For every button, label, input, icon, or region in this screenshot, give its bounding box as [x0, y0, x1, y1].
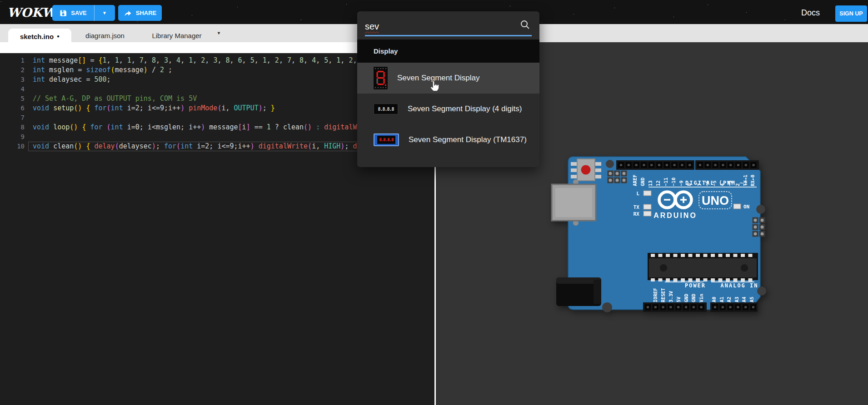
- tab-diagram-json[interactable]: diagram.json: [80, 29, 130, 42]
- library-caret-icon[interactable]: ▼: [217, 31, 221, 35]
- svg-text:A5: A5: [749, 296, 754, 302]
- docs-link[interactable]: Docs: [801, 8, 820, 18]
- seven-segment-4digit-icon: 8.8.8.8: [374, 104, 398, 114]
- search-input-underline: [365, 35, 532, 36]
- share-arrow-icon: [124, 10, 132, 17]
- result-seven-segment-tm1637[interactable]: 8.8.8.8 Seven Segment Display (TM1637): [357, 124, 539, 155]
- result-label: Seven Segment Display (TM1637): [409, 135, 527, 144]
- seven-segment-icon: [374, 67, 388, 89]
- svg-text:ARDUINO: ARDUINO: [653, 212, 697, 219]
- svg-text:~11: ~11: [663, 178, 668, 186]
- svg-text:GND: GND: [691, 294, 696, 302]
- led-tx: [644, 204, 651, 209]
- share-label: SHARE: [136, 10, 157, 16]
- mount-hole: [606, 160, 614, 168]
- mount-hole: [756, 205, 765, 214]
- search-results: Seven Segment Display 8.8.8.8 Seven Segm…: [357, 63, 539, 155]
- led-l: [644, 191, 651, 196]
- svg-text:L: L: [636, 191, 639, 197]
- power-jack: [556, 277, 601, 306]
- svg-text:TX: TX: [634, 204, 640, 210]
- tm1637-module-icon: 8.8.8.8: [374, 133, 399, 146]
- floppy-disk-icon: [60, 10, 67, 17]
- save-button-group: SAVE ▼: [52, 5, 115, 21]
- parts-search-panel: sev Display: [357, 11, 539, 167]
- chevron-down-icon: ▼: [102, 10, 107, 15]
- unsaved-dot: ●: [57, 34, 60, 39]
- mount-hole: [602, 302, 612, 312]
- tab-sketch-ino[interactable]: sketch.ino ●: [8, 29, 71, 53]
- search-input[interactable]: sev: [365, 21, 379, 32]
- svg-text:A0: A0: [711, 296, 717, 302]
- starfield-background: [1, 1, 1, 2]
- svg-text:13: 13: [648, 180, 653, 186]
- usb-connector: [552, 179, 596, 226]
- svg-text:~9: ~9: [678, 180, 684, 186]
- svg-text:UNO: UNO: [702, 194, 729, 207]
- svg-text:DIGITAL (PWM ~): DIGITAL (PWM ~): [685, 180, 748, 186]
- svg-text:AREF: AREF: [632, 175, 638, 186]
- svg-text:A4: A4: [741, 296, 747, 302]
- search-row[interactable]: sev: [357, 11, 539, 40]
- svg-text:RESET: RESET: [660, 288, 666, 302]
- svg-text:GND: GND: [640, 178, 645, 186]
- search-icon: [519, 19, 530, 30]
- result-seven-segment-4digits[interactable]: 8.8.8.8 Seven Segment Display (4 digits): [357, 94, 539, 124]
- svg-text:RX←0: RX←0: [750, 175, 755, 186]
- svg-text:IOREF: IOREF: [653, 288, 658, 302]
- result-label: Seven Segment Display (4 digits): [408, 104, 522, 114]
- save-label: SAVE: [71, 10, 86, 16]
- svg-text:GND: GND: [683, 294, 689, 302]
- svg-text:A3: A3: [734, 296, 739, 302]
- atmega-chip: [648, 253, 758, 282]
- led-rx: [644, 211, 651, 216]
- svg-text:5V: 5V: [676, 296, 681, 302]
- signup-button[interactable]: SIGN UP: [835, 5, 867, 22]
- svg-text:ON: ON: [743, 204, 749, 210]
- share-button[interactable]: SHARE: [118, 5, 162, 21]
- tab-library-manager[interactable]: Library Manager: [145, 29, 208, 42]
- mount-hole: [757, 286, 766, 296]
- svg-text:3.3V: 3.3V: [668, 291, 673, 302]
- svg-text:ANALOG IN: ANALOG IN: [720, 282, 758, 289]
- save-dropdown-button[interactable]: ▼: [95, 5, 115, 21]
- svg-text:A2: A2: [726, 296, 732, 302]
- wokwi-app: WOKWi SAVE ▼ SHARE Docs SIGN UP: [0, 0, 868, 405]
- save-button[interactable]: SAVE: [53, 5, 95, 21]
- svg-text:Vin: Vin: [698, 294, 704, 302]
- arduino-uno-board[interactable]: AREFGND1312~11~10~987~6~54~32TX→1RX←0IOR…: [550, 150, 777, 322]
- svg-text:A1: A1: [719, 296, 724, 302]
- result-seven-segment-display[interactable]: Seven Segment Display: [357, 63, 539, 94]
- svg-text:12: 12: [655, 180, 661, 186]
- led-on: [733, 204, 741, 209]
- hand-cursor: [429, 80, 441, 94]
- svg-text:RX: RX: [634, 211, 640, 217]
- tab-sketch-label: sketch.ino: [20, 33, 54, 40]
- reset-button: [571, 159, 601, 181]
- svg-text:~10: ~10: [671, 178, 676, 186]
- svg-text:POWER: POWER: [685, 282, 706, 289]
- section-header-display: Display: [357, 40, 539, 63]
